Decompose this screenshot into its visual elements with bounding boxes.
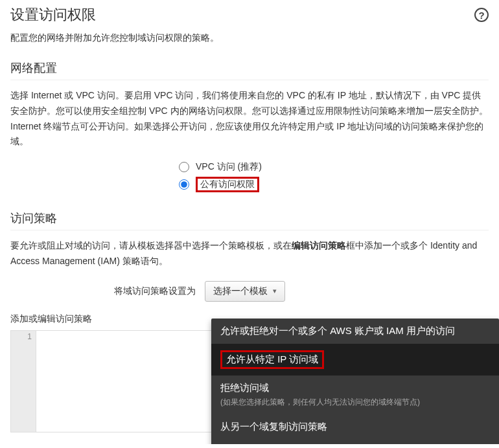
dropdown-item-label: 允许或拒绝对一个或多个 AWS 账户或 IAM 用户的访问 (220, 325, 490, 337)
radio-vpc-label: VPC 访问 (推荐) (196, 161, 262, 173)
dropdown-item-label: 拒绝访问域 (220, 382, 490, 394)
dropdown-item-public[interactable]: 允许对域进行公开访问 (不建议这样做，因为它允许任何人删除、修改或访问域中的索引… (211, 440, 499, 444)
section-network-heading: 网络配置 (10, 60, 489, 80)
radio-vpc[interactable]: VPC 访问 (推荐) (179, 161, 489, 173)
section-policy-heading: 访问策略 (10, 210, 489, 230)
help-icon[interactable]: ? (474, 8, 489, 22)
section-policy: 访问策略 要允许或阻止对域的访问，请从模板选择器中选择一个策略模板，或在编辑访问… (10, 210, 489, 432)
dropdown-item-copy[interactable]: 从另一个域复制访问策略 (211, 414, 499, 440)
page-title: 设置访问权限 (10, 5, 96, 25)
dropdown-item-desc: (如果您选择此策略，则任何人均无法访问您的域终端节点) (220, 397, 490, 408)
network-radio-group: VPC 访问 (推荐) 公有访问权限 (179, 161, 489, 192)
template-select-button-label: 选择一个模板 (213, 286, 268, 297)
dropdown-item-aws-accounts[interactable]: 允许或拒绝对一个或多个 AWS 账户或 IAM 用户的访问 (211, 319, 499, 344)
policy-set-row: 将域访问策略设置为 选择一个模板 ▾ (114, 281, 489, 302)
chevron-down-icon: ▾ (273, 287, 277, 295)
radio-vpc-input[interactable] (179, 162, 189, 172)
editor-gutter: 1 (10, 330, 36, 432)
radio-public-label: 公有访问权限 (196, 177, 259, 192)
dropdown-item-specific-ip[interactable]: 允许从特定 IP 访问域 (211, 344, 499, 375)
editor-line-number: 1 (11, 332, 32, 341)
template-dropdown: 允许或拒绝对一个或多个 AWS 账户或 IAM 用户的访问 允许从特定 IP 访… (211, 319, 499, 444)
section-network: 网络配置 选择 Internet 或 VPC 访问。要启用 VPC 访问，我们将… (10, 60, 489, 192)
radio-public-input[interactable] (179, 179, 189, 190)
section-network-desc: 选择 Internet 或 VPC 访问。要启用 VPC 访问，我们将使用来自您… (10, 88, 489, 150)
dropdown-item-label: 允许从特定 IP 访问域 (220, 350, 324, 369)
policy-set-label: 将域访问策略设置为 (114, 286, 196, 297)
page-subtitle: 配置您的网络并附加允许您控制域访问权限的策略。 (10, 31, 489, 45)
dropdown-item-label: 从另一个域复制访问策略 (220, 421, 490, 433)
policy-desc-prefix: 要允许或阻止对域的访问，请从模板选择器中选择一个策略模板，或在 (10, 240, 292, 251)
template-select-button[interactable]: 选择一个模板 ▾ (205, 281, 285, 302)
editor-and-dropdown: 1 允许或拒绝对一个或多个 AWS 账户或 IAM 用户的访问 允许从特定 IP… (10, 330, 489, 432)
dropdown-item-deny[interactable]: 拒绝访问域 (如果您选择此策略，则任何人均无法访问您的域终端节点) (211, 375, 499, 414)
section-policy-desc: 要允许或阻止对域的访问，请从模板选择器中选择一个策略模板，或在编辑访问策略框中添… (10, 238, 489, 269)
policy-desc-bold: 编辑访问策略 (292, 240, 346, 251)
radio-public[interactable]: 公有访问权限 (179, 177, 489, 192)
